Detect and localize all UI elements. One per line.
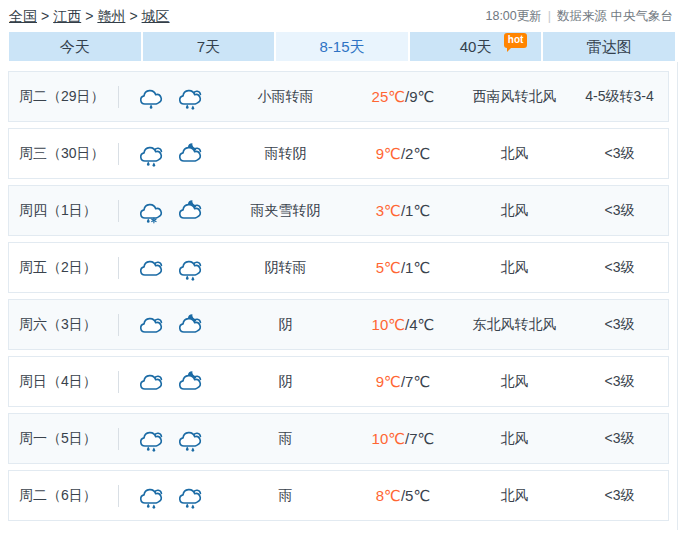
wind-direction: 北风 <box>458 430 571 448</box>
wind-level: <3级 <box>571 316 668 334</box>
temp-high: 9℃ <box>376 373 401 390</box>
weather-text: 阴转雨 <box>223 259 348 277</box>
wind-level: <3级 <box>571 373 668 391</box>
breadcrumb-link-province[interactable]: 江西 <box>53 8 81 24</box>
wind-level: <3级 <box>571 259 668 277</box>
tab-40day-label: 40天 <box>460 38 492 55</box>
wind-level: <3级 <box>571 487 668 505</box>
cloud-icon <box>137 369 167 395</box>
cloud-rain-icon <box>176 426 206 452</box>
breadcrumb-separator: > <box>129 8 137 24</box>
wind-direction: 北风 <box>458 259 571 277</box>
day-label: 周二（29日） <box>9 88 118 106</box>
breadcrumb-separator: > <box>41 8 49 24</box>
breadcrumb-link-country[interactable]: 全国 <box>9 8 37 24</box>
wind-level: <3级 <box>571 430 668 448</box>
weather-text: 雨 <box>223 430 348 448</box>
forecast-list: 周二（29日） 小雨转雨 25℃/9℃ 西南风转北风 4-5级转3-4 周三（3… <box>8 71 669 521</box>
weather-text: 雨夹雪转阴 <box>223 202 348 220</box>
cloud-rain-icon <box>137 426 167 452</box>
cloud-rain-icon <box>137 483 167 509</box>
cloud-moon-icon <box>176 312 206 338</box>
forecast-row: 周三（30日） 雨转阴 9℃/2℃ 北风 <3级 <box>8 128 669 179</box>
day-label: 周五（2日） <box>9 259 118 277</box>
day-label: 周二（6日） <box>9 487 118 505</box>
update-info: 18:00更新|数据来源 中央气象台 <box>485 8 673 25</box>
breadcrumb-separator: > <box>85 8 93 24</box>
weather-text: 阴 <box>223 316 348 334</box>
day-label: 周六（3日） <box>9 316 118 334</box>
weather-text: 小雨转雨 <box>223 88 348 106</box>
temperature: 9℃/7℃ <box>348 373 458 391</box>
forecast-row: 周日（4日） 阴 9℃/7℃ 北风 <3级 <box>8 356 669 407</box>
cloud-moon-icon <box>176 369 206 395</box>
data-source: 数据来源 中央气象台 <box>557 9 673 23</box>
temperature: 8℃/5℃ <box>348 487 458 505</box>
cloud-rain-icon <box>176 483 206 509</box>
cloud-rain-light-icon <box>137 84 167 110</box>
temp-low: /9℃ <box>405 88 434 105</box>
forecast-row: 周二（6日） 雨 8℃/5℃ 北风 <3级 <box>8 470 669 521</box>
forecast-row: 周五（2日） 阴转雨 5℃/1℃ 北风 <3级 <box>8 242 669 293</box>
temp-low: /2℃ <box>401 145 430 162</box>
meta-divider: | <box>548 9 551 23</box>
temperature: 10℃/7℃ <box>348 430 458 448</box>
hot-badge: hot <box>504 33 528 48</box>
wind-direction: 北风 <box>458 487 571 505</box>
weather-text: 雨 <box>223 487 348 505</box>
forecast-row: 周一（5日） 雨 10℃/7℃ 北风 <3级 <box>8 413 669 464</box>
temp-high: 10℃ <box>372 430 406 447</box>
breadcrumb: 全国>江西>赣州>城区 <box>9 8 170 26</box>
temp-high: 9℃ <box>376 145 401 162</box>
wind-direction: 北风 <box>458 202 571 220</box>
tab-7day[interactable]: 7天 <box>143 32 275 61</box>
temp-high: 8℃ <box>376 487 401 504</box>
tab-8-15day[interactable]: 8-15天 <box>276 32 408 61</box>
temperature: 9℃/2℃ <box>348 145 458 163</box>
forecast-row: 周六（3日） 阴 10℃/4℃ 东北风转北风 <3级 <box>8 299 669 350</box>
temp-low: /5℃ <box>401 487 430 504</box>
wind-direction: 东北风转北风 <box>458 316 571 334</box>
tab-40day[interactable]: 40天 hot <box>410 32 542 61</box>
temp-low: /1℃ <box>401 259 430 276</box>
update-time: 18:00更新 <box>485 9 541 23</box>
day-label: 周四（1日） <box>9 202 118 220</box>
wind-level: 4-5级转3-4 <box>571 88 668 106</box>
top-bar: 全国>江西>赣州>城区 18:00更新|数据来源 中央气象台 <box>0 0 681 32</box>
temperature: 10℃/4℃ <box>348 316 458 334</box>
temperature: 25℃/9℃ <box>348 88 458 106</box>
forecast-row: 周四（1日） 雨夹雪转阴 3℃/1℃ 北风 <3级 <box>8 185 669 236</box>
temperature: 3℃/1℃ <box>348 202 458 220</box>
cloud-rain-icon <box>137 141 167 167</box>
tab-today[interactable]: 今天 <box>9 32 141 61</box>
cloud-sleet-icon <box>137 198 167 224</box>
tab-radar[interactable]: 雷达图 <box>543 32 675 61</box>
temp-high: 10℃ <box>372 316 406 333</box>
forecast-row: 周二（29日） 小雨转雨 25℃/9℃ 西南风转北风 4-5级转3-4 <box>8 71 669 122</box>
cloud-icon <box>137 312 167 338</box>
wind-direction: 北风 <box>458 373 571 391</box>
day-label: 周一（5日） <box>9 430 118 448</box>
wind-level: <3级 <box>571 145 668 163</box>
wind-direction: 北风 <box>458 145 571 163</box>
temperature: 5℃/1℃ <box>348 259 458 277</box>
temp-high: 3℃ <box>376 202 401 219</box>
cloud-icon <box>137 255 167 281</box>
cloud-rain-icon <box>176 255 206 281</box>
temp-low: /7℃ <box>405 430 434 447</box>
breadcrumb-link-city[interactable]: 赣州 <box>97 8 125 24</box>
cloud-rain-icon <box>176 84 206 110</box>
cloud-moon-icon <box>176 198 206 224</box>
breadcrumb-link-district[interactable]: 城区 <box>142 8 170 24</box>
day-label: 周日（4日） <box>9 373 118 391</box>
cloud-moon-icon <box>176 141 206 167</box>
temp-low: /1℃ <box>401 202 430 219</box>
forecast-tabs: 今天 7天 8-15天 40天 hot 雷达图 <box>9 32 675 61</box>
day-label: 周三（30日） <box>9 145 118 163</box>
page-divider-line <box>677 62 678 530</box>
temp-high: 5℃ <box>376 259 401 276</box>
wind-direction: 西南风转北风 <box>458 88 571 106</box>
temp-low: /4℃ <box>405 316 434 333</box>
weather-text: 雨转阴 <box>223 145 348 163</box>
wind-level: <3级 <box>571 202 668 220</box>
